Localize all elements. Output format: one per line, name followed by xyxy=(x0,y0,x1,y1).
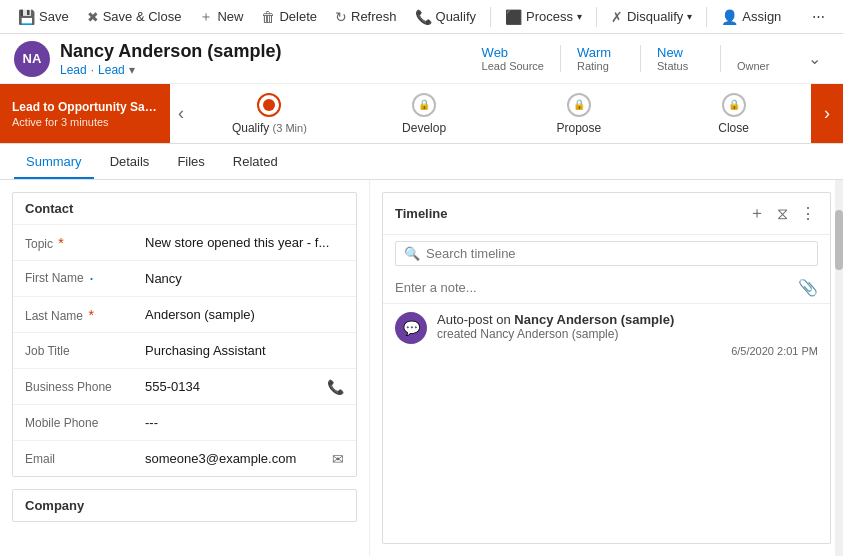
right-panel: Timeline ＋ ⧖ ⋮ 🔍 📎 💬 xyxy=(370,180,843,556)
phone-icon[interactable]: 📞 xyxy=(327,379,344,395)
field-businessphone: Business Phone 555-0134 📞 xyxy=(13,368,356,404)
separator-2 xyxy=(596,7,597,27)
stage-qualify[interactable]: Qualify (3 Min) xyxy=(192,93,347,135)
main-content: Contact Topic * New store opened this ye… xyxy=(0,180,843,556)
field-lastname: Last Name * Anderson (sample) xyxy=(13,296,356,332)
avatar: NA xyxy=(14,41,50,77)
meta-rating-label: Rating xyxy=(577,60,609,72)
stage-qualify-circle xyxy=(257,93,281,117)
stage-propose[interactable]: 🔒 Propose xyxy=(502,93,657,135)
timeline-entries: 💬 Auto-post on Nancy Anderson (sample) c… xyxy=(383,304,830,543)
scrollbar-thumb[interactable] xyxy=(835,210,843,270)
meta-lead-source-value[interactable]: Web xyxy=(482,45,509,60)
field-lastname-value[interactable]: Anderson (sample) xyxy=(145,307,344,322)
note-input[interactable] xyxy=(395,280,792,295)
field-businessphone-value[interactable]: 555-0134 xyxy=(145,379,321,394)
entry-date: 6/5/2020 2:01 PM xyxy=(437,345,818,357)
stage-next-button[interactable]: › xyxy=(811,84,843,143)
refresh-icon: ↻ xyxy=(335,9,347,25)
search-icon: 🔍 xyxy=(404,246,420,261)
refresh-button[interactable]: ↻ Refresh xyxy=(327,5,405,29)
subtype-link[interactable]: Lead xyxy=(98,63,125,77)
more-icon: ⋯ xyxy=(812,9,825,24)
process-button[interactable]: ⬛ Process ▾ xyxy=(497,5,590,29)
tab-details[interactable]: Details xyxy=(98,146,162,179)
qualify-label: Qualify xyxy=(436,9,476,24)
timeline-entry: 💬 Auto-post on Nancy Anderson (sample) c… xyxy=(395,312,818,357)
field-jobtitle-value[interactable]: Purchasing Assistant xyxy=(145,343,344,358)
stage-list: Qualify (3 Min) 🔒 Develop 🔒 Propose 🔒 Cl… xyxy=(192,84,811,143)
note-input-row: 📎 xyxy=(383,272,830,304)
stage-qualify-label: Qualify (3 Min) xyxy=(232,121,307,135)
attach-icon[interactable]: 📎 xyxy=(798,278,818,297)
new-button[interactable]: ＋ New xyxy=(191,4,251,30)
save-icon: 💾 xyxy=(18,9,35,25)
delete-label: Delete xyxy=(279,9,317,24)
field-firstname-label: First Name · xyxy=(25,268,145,289)
timeline-actions: ＋ ⧖ ⋮ xyxy=(747,201,818,226)
avatar-initials: NA xyxy=(23,51,42,66)
record-subtitle: Lead · Lead ▾ xyxy=(60,63,281,77)
assign-icon: 👤 xyxy=(721,9,738,25)
field-jobtitle-label: Job Title xyxy=(25,344,145,358)
stage-close-label: Close xyxy=(718,121,749,135)
entry-bold: Nancy Anderson (sample) xyxy=(514,312,674,327)
stage-propose-circle: 🔒 xyxy=(567,93,591,117)
email-icon[interactable]: ✉ xyxy=(332,451,344,467)
meta-rating-value[interactable]: Warm xyxy=(577,45,611,60)
stage-prev-button[interactable]: ‹ xyxy=(170,99,192,128)
more-button[interactable]: ⋯ xyxy=(804,5,833,28)
record-name: Nancy Anderson (sample) xyxy=(60,41,281,62)
field-mobilephone: Mobile Phone --- xyxy=(13,404,356,440)
process-label: Process xyxy=(526,9,573,24)
header-info: Nancy Anderson (sample) Lead · Lead ▾ xyxy=(60,41,281,77)
tab-summary[interactable]: Summary xyxy=(14,146,94,179)
timeline-section: Timeline ＋ ⧖ ⋮ 🔍 📎 💬 xyxy=(382,192,831,544)
entry-sub: created Nancy Anderson (sample) xyxy=(437,327,818,341)
field-topic-label: Topic * xyxy=(25,235,145,251)
scrollbar-track[interactable] xyxy=(835,180,843,556)
field-mobilephone-value[interactable]: --- xyxy=(145,415,344,430)
timeline-header: Timeline ＋ ⧖ ⋮ xyxy=(383,193,830,235)
header-expand-chevron[interactable]: ⌄ xyxy=(800,45,829,72)
tab-related[interactable]: Related xyxy=(221,146,290,179)
field-firstname-value[interactable]: Nancy xyxy=(145,271,344,286)
timeline-more-button[interactable]: ⋮ xyxy=(798,202,818,225)
header-meta: Web Lead Source Warm Rating New Status O… xyxy=(466,45,829,72)
meta-status-label: Status xyxy=(657,60,688,72)
tab-bar: Summary Details Files Related xyxy=(0,144,843,180)
field-lastname-label: Last Name * xyxy=(25,307,145,323)
save-button[interactable]: 💾 Save xyxy=(10,5,77,29)
type-link[interactable]: Lead xyxy=(60,63,87,77)
meta-owner-label: Owner xyxy=(737,60,769,72)
stage-close[interactable]: 🔒 Close xyxy=(656,93,811,135)
delete-button[interactable]: 🗑 Delete xyxy=(253,5,325,29)
meta-lead-source-label: Lead Source xyxy=(482,60,544,72)
stage-develop-label: Develop xyxy=(402,121,446,135)
tab-files[interactable]: Files xyxy=(165,146,216,179)
timeline-add-button[interactable]: ＋ xyxy=(747,201,767,226)
stage-promo-banner[interactable]: Lead to Opportunity Sale... Active for 3… xyxy=(0,84,170,143)
qualify-button[interactable]: 📞 Qualify xyxy=(407,5,484,29)
stage-develop[interactable]: 🔒 Develop xyxy=(347,93,502,135)
meta-owner: Owner xyxy=(720,45,800,72)
chevron-icon[interactable]: ▾ xyxy=(129,63,135,77)
save-close-button[interactable]: ✖ Save & Close xyxy=(79,5,190,29)
disqualify-button[interactable]: ✗ Disqualify ▾ xyxy=(603,5,700,29)
meta-owner-value[interactable] xyxy=(737,45,741,60)
promo-subtitle: Active for 3 minutes xyxy=(12,116,158,128)
promo-title: Lead to Opportunity Sale... xyxy=(12,100,158,114)
entry-title: Auto-post on Nancy Anderson (sample) xyxy=(437,312,818,327)
timeline-filter-button[interactable]: ⧖ xyxy=(775,203,790,225)
field-topic-value[interactable]: New store opened this year - f... xyxy=(145,235,344,250)
timeline-search-input[interactable] xyxy=(426,246,809,261)
toolbar: 💾 Save ✖ Save & Close ＋ New 🗑 Delete ↻ R… xyxy=(0,0,843,34)
disqualify-icon: ✗ xyxy=(611,9,623,25)
assign-button[interactable]: 👤 Assign xyxy=(713,5,789,29)
stage-propose-label: Propose xyxy=(557,121,602,135)
contact-section-header: Contact xyxy=(13,193,356,224)
meta-status-value[interactable]: New xyxy=(657,45,683,60)
record-header: NA Nancy Anderson (sample) Lead · Lead ▾… xyxy=(0,34,843,84)
separator-1 xyxy=(490,7,491,27)
field-email-value[interactable]: someone3@example.com xyxy=(145,451,326,466)
